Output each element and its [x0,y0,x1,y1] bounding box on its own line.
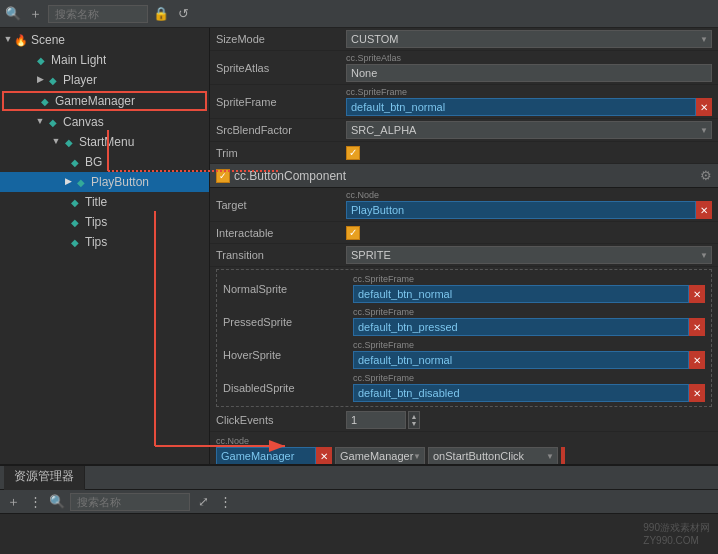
tree-item-title[interactable]: ◆ Title [0,192,209,212]
toolbar-add-icon[interactable]: ＋ [26,5,44,23]
normalsprite-label: NormalSprite [223,283,353,295]
normalsprite-display[interactable]: default_btn_normal [353,285,689,303]
disabledsprite-clear-btn[interactable]: ✕ [689,384,705,402]
disabledsprite-field: default_btn_disabled ✕ [353,384,705,402]
srcblendfactor-row: SrcBlendFactor SRC_ALPHA [210,119,718,142]
hierarchy-panel: ▼ 🔥 Scene ◆ Main Light ▶ ◆ Player ◆ [0,28,210,464]
hoversprite-cc-label: cc.SpriteFrame [353,340,705,350]
srcblendfactor-dropdown[interactable]: SRC_ALPHA [346,121,712,139]
bottom-expand-icon[interactable]: ⤢ [194,493,212,511]
gamemanager-icon: ◆ [38,94,52,108]
canvas-label: Canvas [63,115,104,129]
button-component-label: cc.ButtonComponent [234,169,346,183]
hoversprite-display[interactable]: default_btn_normal [353,351,689,369]
startmenu-icon: ◆ [62,135,76,149]
tree-item-gamemanager[interactable]: ◆ GameManager [2,91,207,111]
event-row: cc.Node GameManager ✕ GameManager onStar… [210,432,718,464]
mainlight-icon: ◆ [34,53,48,67]
disabledsprite-display[interactable]: default_btn_disabled [353,384,689,402]
toolbar-search-input[interactable] [48,5,148,23]
hoversprite-value: cc.SpriteFrame default_btn_normal ✕ [353,340,705,369]
spriteatlas-cc-label: cc.SpriteAtlas [346,53,712,63]
event-config: cc.Node GameManager ✕ GameManager onStar… [216,436,712,464]
normalsprite-stacked: cc.SpriteFrame default_btn_normal ✕ [353,274,705,303]
pressedsprite-clear-btn[interactable]: ✕ [689,318,705,336]
mainlight-label: Main Light [51,53,106,67]
event-indicator [561,447,565,464]
target-stacked: cc.Node PlayButton ✕ [346,190,712,219]
bottom-toolbar: ＋ ⋮ 🔍 ⤢ ⋮ [0,490,718,514]
startmenu-arrow: ▼ [50,136,62,148]
spriteframe-clear-btn[interactable]: ✕ [696,98,712,116]
interactable-row: Interactable ✓ [210,222,718,244]
button-component-checkbox[interactable]: ✓ [216,169,230,183]
playbutton-label: PlayButton [91,175,149,189]
spriteatlas-row: SpriteAtlas cc.SpriteAtlas [210,51,718,85]
spriteframe-value-display[interactable]: default_btn_normal [346,98,696,116]
pressedsprite-display[interactable]: default_btn_pressed [353,318,689,336]
spriteframe-row: SpriteFrame cc.SpriteFrame default_btn_n… [210,85,718,119]
event-handler-dropdown[interactable]: onStartButtonClick [428,447,558,464]
event-node-display[interactable]: GameManager [216,447,316,464]
hoversprite-clear-btn[interactable]: ✕ [689,351,705,369]
pressedsprite-stacked: cc.SpriteFrame default_btn_pressed ✕ [353,307,705,336]
tree-item-tips1[interactable]: ◆ Tips [0,212,209,232]
toolbar-refresh-icon[interactable]: ↺ [174,5,192,23]
button-component-gear-icon[interactable]: ⚙ [700,168,712,183]
hoversprite-row: HoverSprite cc.SpriteFrame default_btn_n… [219,338,709,371]
transition-row: Transition SPRITE [210,244,718,267]
sprites-section: NormalSprite cc.SpriteFrame default_btn_… [216,269,712,407]
event-node-clear-btn[interactable]: ✕ [316,447,332,464]
sizemode-label: SizeMode [216,33,346,45]
tree-item-canvas[interactable]: ▼ ◆ Canvas [0,112,209,132]
tips2-label: Tips [85,235,107,249]
bottom-content [0,514,718,554]
event-node-row: cc.Node GameManager ✕ GameManager onStar… [216,436,712,464]
interactable-checkbox[interactable]: ✓ [346,226,360,240]
normalsprite-clear-btn[interactable]: ✕ [689,285,705,303]
spriteatlas-input[interactable] [346,64,712,82]
clickevents-spinner[interactable]: ▲ ▼ [408,411,420,429]
scene-flame-icon: 🔥 [14,33,28,47]
transition-dropdown[interactable]: SPRITE [346,246,712,264]
event-component-dropdown[interactable]: GameManager [335,447,425,464]
bottom-search-icon[interactable]: 🔍 [48,493,66,511]
toolbar-search-icon[interactable]: 🔍 [4,5,22,23]
tree-item-player[interactable]: ▶ ◆ Player [0,70,209,90]
tree-item-mainlight[interactable]: ◆ Main Light [0,50,209,70]
bg-label: BG [85,155,102,169]
inspector-panel: SizeMode CUSTOM SpriteAtlas cc.SpriteAtl… [210,28,718,464]
watermark: 990游戏素材网ZY990.COM [643,521,710,546]
bottom-tab-assets[interactable]: 资源管理器 [4,466,85,490]
tree-item-startmenu[interactable]: ▼ ◆ StartMenu [0,132,209,152]
bottom-add-icon[interactable]: ＋ [4,493,22,511]
tree-item-playbutton[interactable]: ▶ ◆ PlayButton [0,172,209,192]
sizemode-value: CUSTOM [346,30,712,48]
tree-item-tips2[interactable]: ◆ Tips [0,232,209,252]
clickevents-count[interactable] [346,411,406,429]
bottom-more-icon[interactable]: ⋮ [216,493,234,511]
bottom-search-input[interactable] [70,493,190,511]
gamemanager-label: GameManager [55,94,135,108]
target-clear-btn[interactable]: ✕ [696,201,712,219]
disabledsprite-label: DisabledSprite [223,382,353,394]
sizemode-dropdown[interactable]: CUSTOM [346,30,712,48]
spriteframe-value: cc.SpriteFrame default_btn_normal ✕ [346,87,712,116]
player-label: Player [63,73,97,87]
hoversprite-field: default_btn_normal ✕ [353,351,705,369]
spriteatlas-label: SpriteAtlas [216,62,346,74]
tree-item-bg[interactable]: ◆ BG [0,152,209,172]
playbutton-icon: ◆ [74,175,88,189]
srcblendfactor-label: SrcBlendFactor [216,124,346,136]
pressedsprite-row: PressedSprite cc.SpriteFrame default_btn… [219,305,709,338]
scene-label: Scene [31,33,65,47]
tips1-icon: ◆ [68,215,82,229]
disabledsprite-value: cc.SpriteFrame default_btn_disabled ✕ [353,373,705,402]
disabledsprite-row: DisabledSprite cc.SpriteFrame default_bt… [219,371,709,404]
bottom-settings-icon[interactable]: ⋮ [26,493,44,511]
clickevents-value: ▲ ▼ [346,411,712,429]
target-value-display[interactable]: PlayButton [346,201,696,219]
trim-checkbox[interactable]: ✓ [346,146,360,160]
toolbar-lock-icon[interactable]: 🔒 [152,5,170,23]
tree-item-scene[interactable]: ▼ 🔥 Scene [0,30,209,50]
